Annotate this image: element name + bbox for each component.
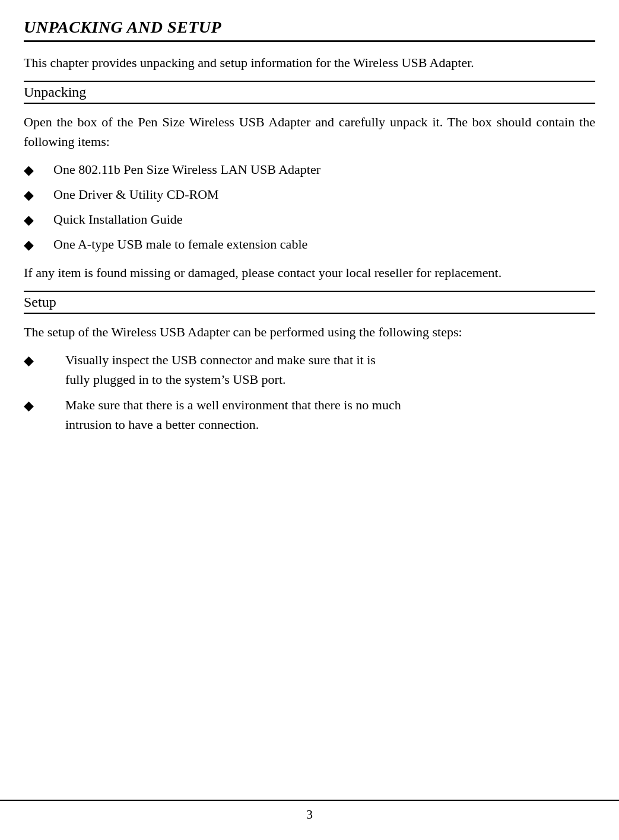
bullet-text: One A-type USB male to female extension …	[53, 234, 595, 254]
unpacking-bullet-list: ◆ One 802.11b Pen Size Wireless LAN USB …	[24, 160, 595, 254]
bullet-diamond-icon: ◆	[24, 209, 53, 230]
bullet-text: One 802.11b Pen Size Wireless LAN USB Ad…	[53, 160, 595, 179]
page-footer: 3	[0, 800, 619, 822]
bullet-diamond-icon: ◆	[24, 234, 53, 254]
bullet-diamond-icon: ◆	[24, 184, 53, 205]
bullet-diamond-icon: ◆	[24, 350, 65, 370]
list-item: ◆ Quick Installation Guide	[24, 209, 595, 230]
page-number: 3	[306, 807, 313, 822]
setup-bullet-2-line1: Make sure that there is a well environme…	[65, 397, 401, 412]
section-divider-setup-top	[24, 291, 595, 292]
intro-paragraph: This chapter provides unpacking and setu…	[24, 53, 595, 72]
unpacking-closing-paragraph: If any item is found missing or damaged,…	[24, 263, 595, 282]
setup-bullet-1-line2: fully plugged in to the system’s USB por…	[65, 372, 286, 387]
setup-paragraph: The setup of the Wireless USB Adapter ca…	[24, 322, 595, 342]
setup-bullet-1-line1: Visually inspect the USB connector and m…	[65, 352, 376, 367]
section-divider-unpacking-top	[24, 81, 595, 82]
list-item: ◆ One A-type USB male to female extensio…	[24, 234, 595, 254]
bullet-text: Quick Installation Guide	[53, 209, 595, 229]
bullet-text: One Driver & Utility CD-ROM	[53, 184, 595, 204]
bullet-diamond-icon: ◆	[24, 160, 53, 180]
unpacking-heading: Unpacking	[24, 84, 595, 104]
list-item: ◆ Make sure that there is a well environ…	[24, 395, 595, 434]
unpacking-paragraph: Open the box of the Pen Size Wireless US…	[24, 112, 595, 151]
list-item: ◆ Visually inspect the USB connector and…	[24, 350, 595, 389]
bullet-text: Make sure that there is a well environme…	[65, 395, 595, 434]
page-title: UNPACKING AND SETUP	[24, 18, 595, 42]
setup-bullet-list: ◆ Visually inspect the USB connector and…	[24, 350, 595, 434]
bullet-diamond-icon: ◆	[24, 395, 65, 415]
list-item: ◆ One 802.11b Pen Size Wireless LAN USB …	[24, 160, 595, 180]
setup-heading: Setup	[24, 294, 595, 314]
bullet-text: Visually inspect the USB connector and m…	[65, 350, 595, 389]
setup-bullet-2-line2: intrusion to have a better connection.	[65, 417, 259, 432]
list-item: ◆ One Driver & Utility CD-ROM	[24, 184, 595, 205]
